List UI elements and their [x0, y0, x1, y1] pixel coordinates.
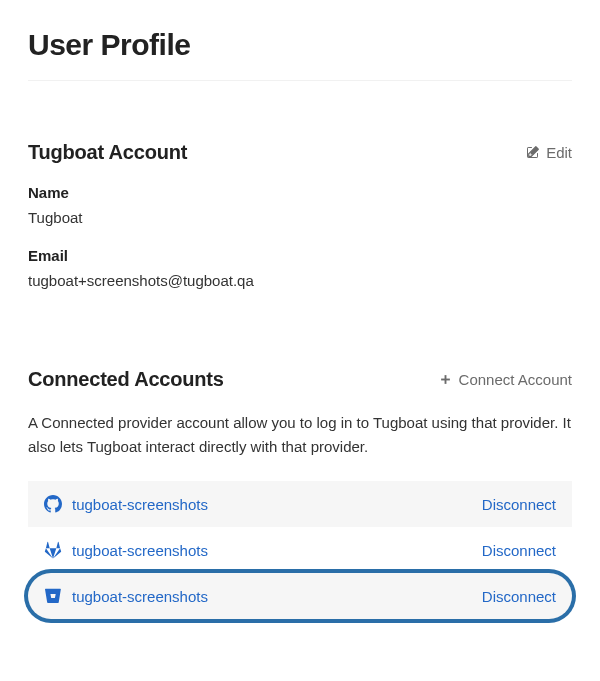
disconnect-button[interactable]: Disconnect: [482, 496, 556, 513]
connect-account-button[interactable]: Connect Account: [438, 371, 572, 388]
plus-icon: [438, 372, 453, 387]
edit-button[interactable]: Edit: [525, 144, 572, 161]
page-title: User Profile: [28, 28, 572, 81]
connected-section-header: Connected Accounts Connect Account: [28, 368, 572, 391]
connected-account-row: tugboat-screenshots Disconnect: [28, 527, 572, 573]
connected-description: A Connected provider account allow you t…: [28, 411, 572, 459]
account-name-link[interactable]: tugboat-screenshots: [72, 588, 208, 605]
email-label: Email: [28, 247, 572, 264]
name-field: Name Tugboat: [28, 184, 572, 227]
connect-account-label: Connect Account: [459, 371, 572, 388]
gitlab-icon: [44, 541, 62, 559]
connected-accounts-list: tugboat-screenshots Disconnect tugboat-s…: [28, 481, 572, 619]
account-section-header: Tugboat Account Edit: [28, 141, 572, 164]
disconnect-button[interactable]: Disconnect: [482, 588, 556, 605]
connected-account-row: tugboat-screenshots Disconnect: [28, 481, 572, 527]
account-name-link[interactable]: tugboat-screenshots: [72, 496, 208, 513]
connected-account-row-highlighted: tugboat-screenshots Disconnect: [28, 573, 572, 619]
account-name-link[interactable]: tugboat-screenshots: [72, 542, 208, 559]
email-value: tugboat+screenshots@tugboat.qa: [28, 272, 254, 289]
disconnect-button[interactable]: Disconnect: [482, 542, 556, 559]
name-label: Name: [28, 184, 572, 201]
bitbucket-icon: [44, 587, 62, 605]
edit-label: Edit: [546, 144, 572, 161]
github-icon: [44, 495, 62, 513]
account-section-title: Tugboat Account: [28, 141, 187, 164]
email-field: Email tugboat+screenshots@tugboat.qa: [28, 247, 572, 290]
name-value: Tugboat: [28, 209, 83, 226]
connected-section-title: Connected Accounts: [28, 368, 224, 391]
edit-icon: [525, 145, 540, 160]
